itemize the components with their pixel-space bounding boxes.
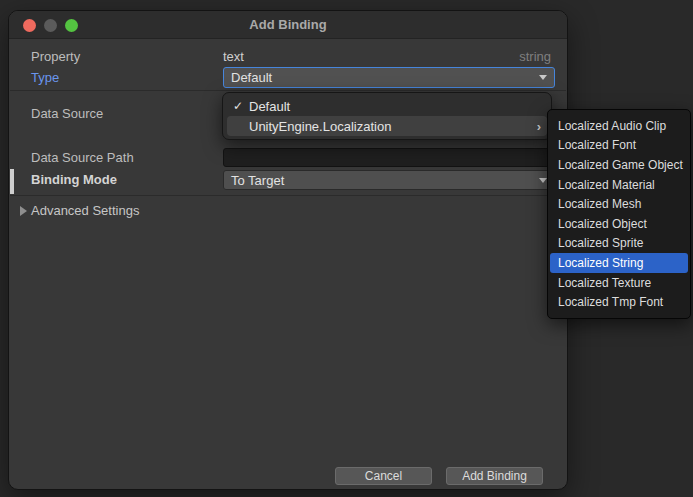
add-binding-dialog: Add Binding Property text string Type De…	[8, 10, 568, 490]
submenu-item-localized-string[interactable]: Localized String	[550, 253, 688, 273]
property-type-hint: string	[519, 49, 551, 65]
submenu-item-localized-font[interactable]: Localized Font	[550, 136, 688, 156]
cancel-button[interactable]: Cancel	[335, 467, 432, 485]
foldout-arrow-icon[interactable]	[20, 206, 27, 216]
traffic-lights	[23, 11, 78, 39]
binding-mode-dropdown[interactable]: To Target	[223, 170, 555, 190]
menu-item-default[interactable]: ✓ Default	[227, 96, 547, 116]
menu-item-unityengine-localization[interactable]: UnityEngine.Localization ›	[227, 116, 547, 136]
title-bar[interactable]: Add Binding	[9, 11, 567, 39]
menu-item-label: Default	[249, 99, 290, 114]
submenu-item-localized-audio-clip[interactable]: Localized Audio Clip	[550, 116, 688, 136]
submenu-arrow-icon: ›	[537, 119, 541, 134]
data-source-label: Data Source	[31, 106, 103, 122]
submenu-item-localized-game-object[interactable]: Localized Game Object	[550, 155, 688, 175]
submenu-item-localized-mesh[interactable]: Localized Mesh	[550, 194, 688, 214]
data-source-path-input[interactable]	[223, 148, 555, 167]
window-title: Add Binding	[249, 17, 326, 32]
type-dropdown-menu: ✓ Default UnityEngine.Localization ›	[222, 92, 552, 140]
type-dropdown[interactable]: Default	[223, 67, 555, 88]
binding-mode-value: To Target	[231, 173, 284, 188]
type-label: Type	[31, 70, 59, 86]
close-button-icon[interactable]	[23, 19, 36, 32]
chevron-down-icon	[539, 178, 547, 183]
checkmark-icon: ✓	[233, 99, 249, 113]
chevron-down-icon	[539, 75, 547, 80]
minimize-button-icon	[44, 19, 57, 32]
submenu-item-localized-texture[interactable]: Localized Texture	[550, 273, 688, 293]
property-value: text	[223, 49, 244, 65]
zoom-button-icon[interactable]	[65, 19, 78, 32]
data-source-path-label: Data Source Path	[31, 150, 134, 166]
binding-mode-label: Binding Mode	[31, 172, 117, 188]
submenu-item-localized-sprite[interactable]: Localized Sprite	[550, 234, 688, 254]
submenu-item-localized-material[interactable]: Localized Material	[550, 175, 688, 195]
submenu-item-localized-object[interactable]: Localized Object	[550, 214, 688, 234]
add-binding-button[interactable]: Add Binding	[446, 467, 543, 485]
override-indicator-bar	[10, 169, 14, 194]
separator	[10, 195, 566, 196]
property-label: Property	[31, 49, 80, 65]
menu-item-label: UnityEngine.Localization	[249, 119, 391, 134]
localization-submenu: Localized Audio Clip Localized Font Loca…	[547, 109, 691, 319]
advanced-settings-foldout[interactable]: Advanced Settings	[31, 203, 139, 219]
separator	[10, 90, 566, 91]
type-dropdown-value: Default	[231, 70, 272, 85]
submenu-item-localized-tmp-font[interactable]: Localized Tmp Font	[550, 292, 688, 312]
